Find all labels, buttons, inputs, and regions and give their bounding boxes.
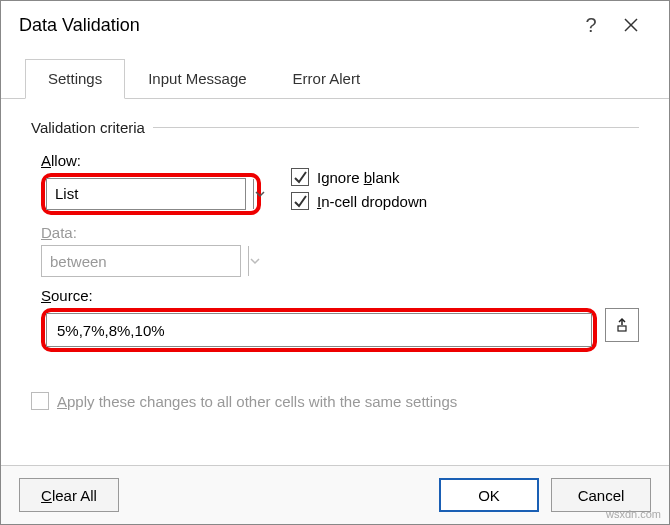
titlebar: Data Validation ? [1, 1, 669, 49]
source-row: Source: [41, 287, 639, 352]
data-row: Data: [41, 224, 639, 277]
tab-input-message[interactable]: Input Message [125, 59, 269, 98]
data-combo [41, 245, 241, 277]
data-input [42, 246, 248, 276]
range-selector-button[interactable] [605, 308, 639, 342]
ignore-blank-label: Ignore blank [317, 169, 400, 186]
watermark: wsxdn.com [606, 508, 661, 520]
apply-same-checkbox: Apply these changes to all other cells w… [31, 392, 639, 410]
ok-button[interactable]: OK [439, 478, 539, 512]
data-label: Data: [41, 224, 639, 241]
svg-rect-2 [618, 326, 626, 331]
tab-settings[interactable]: Settings [25, 59, 125, 99]
checkbox-icon [291, 192, 309, 210]
chevron-down-icon [249, 255, 261, 267]
allow-highlight [41, 173, 261, 215]
criteria-legend: Validation criteria [31, 119, 145, 136]
range-selector-icon [614, 317, 630, 333]
in-cell-dropdown-checkbox[interactable]: In-cell dropdown [291, 192, 427, 210]
allow-label: Allow: [41, 152, 261, 169]
checkbox-icon [291, 168, 309, 186]
criteria-legend-row: Validation criteria [31, 119, 639, 136]
dialog-title: Data Validation [19, 15, 571, 36]
checkmark-icon [293, 170, 307, 184]
checkbox-icon [31, 392, 49, 410]
tab-error-alert[interactable]: Error Alert [270, 59, 384, 98]
close-icon [623, 17, 639, 33]
criteria-divider [153, 127, 639, 128]
tab-strip: Settings Input Message Error Alert [1, 59, 669, 99]
source-label: Source: [41, 287, 639, 304]
data-dropdown-arrow [248, 246, 261, 276]
checkmark-icon [293, 194, 307, 208]
source-input[interactable] [47, 314, 591, 346]
clear-all-button[interactable]: Clear All [19, 478, 119, 512]
source-highlight [41, 308, 597, 352]
ignore-blank-checkbox[interactable]: Ignore blank [291, 168, 427, 186]
data-validation-dialog: Data Validation ? Settings Input Message… [0, 0, 670, 525]
allow-combo[interactable] [46, 178, 246, 210]
help-button[interactable]: ? [571, 14, 611, 37]
apply-same-label: Apply these changes to all other cells w… [57, 393, 457, 410]
close-button[interactable] [611, 17, 651, 33]
footer: Clear All OK Cancel [1, 465, 669, 524]
allow-input[interactable] [47, 179, 253, 209]
cancel-button[interactable]: Cancel [551, 478, 651, 512]
source-box [46, 313, 592, 347]
allow-row: Allow: I [41, 150, 639, 216]
settings-panel: Validation criteria Allow: [1, 99, 669, 465]
in-cell-dropdown-label: In-cell dropdown [317, 193, 427, 210]
